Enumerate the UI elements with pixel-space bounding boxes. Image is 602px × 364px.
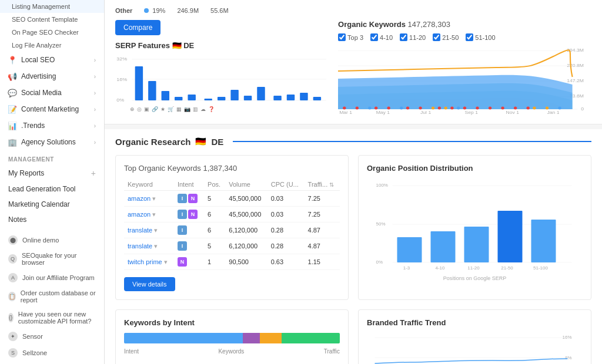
- keyword-link[interactable]: translate: [128, 242, 152, 250]
- sidebar-item-api[interactable]: {} Have you seen our new customizable AP…: [0, 307, 104, 328]
- sidebar-item-sellzone[interactable]: S Sellzone: [0, 345, 104, 361]
- keyword-link[interactable]: amazon: [128, 211, 150, 218]
- sidebar-item-custom-db[interactable]: 📋 Order custom database or report: [0, 286, 104, 307]
- seoquake-label: SEOquake for your browser: [22, 252, 96, 266]
- progress-dot-icon: [144, 8, 149, 13]
- svg-rect-16: [273, 96, 281, 100]
- table-row: twitch prime ▾N190,5000.631.15: [124, 254, 340, 270]
- svg-rect-66: [464, 227, 489, 262]
- svg-rect-13: [230, 90, 238, 100]
- svg-rect-18: [300, 93, 307, 100]
- keyword-dropdown-icon[interactable]: ▾: [152, 242, 158, 250]
- sidebar-item-lead-generation[interactable]: Lead Generation Tool: [0, 181, 104, 197]
- traffic-cell: 4.87: [305, 223, 340, 238]
- volume-cell: 90,500: [225, 254, 267, 270]
- intent-seg-info: [124, 333, 243, 343]
- section-title: Organic Research 🇩🇪 DE: [115, 136, 591, 147]
- sidebar-item-seoquake[interactable]: Q SEOquake for your browser: [0, 248, 104, 269]
- sidebar-item-marketing-calendar[interactable]: Marketing Calendar: [0, 197, 104, 212]
- branded-traffic-chart: 16% 8%: [367, 333, 583, 364]
- main-content: Other 19% 246.9M 55.6M Compare SERP Feat…: [105, 0, 602, 364]
- svg-point-37: [450, 107, 453, 110]
- svg-text:220.8M: 220.8M: [567, 62, 584, 68]
- position-x-label: Positions on Google SERP: [367, 275, 583, 281]
- svg-text:51-100: 51-100: [533, 265, 548, 271]
- svg-text:21-50: 21-50: [501, 265, 513, 271]
- keyword-link[interactable]: translate: [128, 227, 152, 234]
- filter-51to100[interactable]: 51-100: [466, 33, 495, 41]
- sidebar-item-content-marketing[interactable]: 📝 Content Marketing ›: [0, 101, 104, 117]
- intent-badge: N: [188, 210, 198, 219]
- intent-col-intent: Intent: [124, 348, 139, 355]
- sidebar-item-label: Advertising: [21, 72, 56, 80]
- keywords-by-intent-card: Keywords by Intent Intent Keywords Traff…: [115, 309, 349, 364]
- svg-point-41: [501, 107, 504, 110]
- position-dist-chart: 100% 50% 0% 1-3 4-10 11-20: [367, 178, 583, 272]
- filter-21to50[interactable]: 21-50: [433, 33, 459, 41]
- chevron-right-icon: ›: [94, 139, 96, 146]
- view-details-button[interactable]: View details: [124, 277, 175, 291]
- sidebar-item-on-page-seo[interactable]: On Page SEO Checker: [0, 26, 104, 39]
- svg-rect-12: [218, 97, 225, 100]
- branded-traffic-card: Branded Traffic Trend 16% 8%: [358, 309, 591, 364]
- keyword-dropdown-icon[interactable]: ▾: [162, 258, 168, 265]
- compare-button[interactable]: Compare: [115, 20, 160, 35]
- intent-col-traffic: Traffic: [324, 348, 340, 355]
- sidebar-item-listing-management[interactable]: Listing Management: [0, 0, 104, 13]
- other-val2: 55.6M: [210, 7, 229, 14]
- serp-content-area: Compare SERP Features 🇩🇪 DE 32% 16% 0%: [115, 20, 591, 117]
- other-pct: 19%: [152, 7, 165, 14]
- filter-top3[interactable]: Top 3: [338, 33, 363, 41]
- serp-section: Other 19% 246.9M 55.6M Compare SERP Feat…: [105, 0, 602, 124]
- sensor-icon: ✦: [8, 332, 18, 341]
- svg-text:0%: 0%: [116, 97, 124, 102]
- svg-point-40: [489, 107, 491, 110]
- sidebar-item-seo-content-template[interactable]: SEO Content Template: [0, 13, 104, 26]
- col-pos: Pos.: [204, 178, 225, 191]
- filter-4to10[interactable]: 4-10: [370, 33, 393, 41]
- svg-point-34: [406, 107, 409, 110]
- keyword-dropdown-icon[interactable]: ▾: [152, 227, 158, 234]
- sidebar-item-notes[interactable]: Notes: [0, 212, 104, 227]
- organic-research-grid: Top Organic Keywords 1,387,340 Keyword I…: [115, 155, 591, 364]
- svg-text:Mar 1: Mar 1: [339, 109, 352, 115]
- traffic-cell: 7.25: [305, 207, 340, 223]
- sidebar-item-sensor[interactable]: ✦ Sensor: [0, 328, 104, 345]
- content-marketing-icon: 📝: [8, 105, 16, 113]
- keyword-dropdown-icon[interactable]: ▾: [150, 211, 156, 218]
- svg-text:16%: 16%: [116, 76, 127, 82]
- intent-table-header: Intent Keywords Traffic: [124, 348, 340, 355]
- sidebar-item-my-reports[interactable]: My Reports +: [0, 165, 104, 181]
- lead-gen-label: Lead Generation Tool: [8, 185, 76, 193]
- position-dist-title: Organic Position Distribution: [367, 164, 583, 173]
- api-icon: {}: [8, 313, 14, 322]
- svg-rect-65: [431, 231, 456, 262]
- svg-text:0%: 0%: [376, 259, 383, 265]
- sidebar-item-advertising[interactable]: 📢 Advertising ›: [0, 68, 104, 85]
- sidebar-item-log-file[interactable]: Log File Analyzer: [0, 39, 104, 52]
- svg-rect-7: [148, 81, 156, 100]
- sidebar-item-affiliate[interactable]: A Join our Affiliate Program: [0, 269, 104, 286]
- sellzone-label: Sellzone: [22, 349, 47, 356]
- organic-kw-header: Organic Keywords 147,278,303: [338, 20, 591, 29]
- top-keywords-card: Top Organic Keywords 1,387,340 Keyword I…: [115, 155, 349, 300]
- keyword-link[interactable]: twitch prime: [128, 258, 162, 265]
- sidebar-item-agency-solutions[interactable]: 🏢 Agency Solutions ›: [0, 134, 104, 150]
- agency-solutions-icon: 🏢: [8, 138, 16, 146]
- svg-rect-19: [313, 97, 321, 100]
- sidebar-item-local-seo[interactable]: 📍 Local SEO ›: [0, 52, 104, 68]
- sidebar-item-online-demo[interactable]: ⬤ Online demo: [0, 232, 104, 248]
- keyword-dropdown-icon[interactable]: ▾: [150, 195, 156, 202]
- api-label: Have you seen our new customizable API f…: [18, 311, 96, 325]
- keyword-link[interactable]: amazon: [128, 195, 150, 202]
- svg-text:50%: 50%: [376, 221, 386, 227]
- intent-seg-nav: [243, 333, 260, 343]
- top-keywords-title: Top Organic Keywords 1,387,340: [124, 164, 340, 173]
- cpc-cell: 0.63: [267, 254, 305, 270]
- pos-cell: 5: [204, 238, 225, 254]
- filter-11to20[interactable]: 11-20: [400, 33, 426, 41]
- sidebar-item-trends[interactable]: 📊 .Trends ›: [0, 117, 104, 134]
- sidebar-item-label: Content Marketing: [21, 105, 79, 113]
- svg-point-31: [356, 107, 359, 110]
- sidebar-item-social-media[interactable]: 💬 Social Media ›: [0, 85, 104, 101]
